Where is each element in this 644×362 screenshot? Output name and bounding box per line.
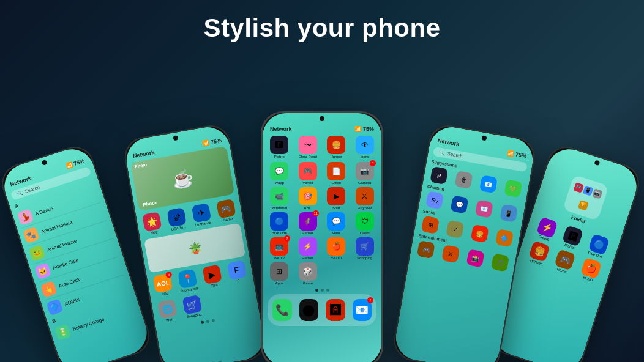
- dot: [326, 289, 329, 292]
- app-cell: 📍 Foursquare: [175, 268, 201, 294]
- status-bar: Network 📶 75%: [263, 122, 381, 133]
- app-cell: 🍔 Hunger: [524, 240, 553, 267]
- app-cell: 🍎 YAZIO: [576, 256, 605, 284]
- phone-center: Network 📶 75% 🅿 Pishro 〜 Clear Read 🍔 Hu…: [261, 111, 383, 362]
- app-icon: 🐾: [23, 227, 40, 244]
- app-label: Apps: [275, 281, 283, 285]
- app-icon-fury: ⚔: [356, 187, 374, 205]
- app-icon-pishro: 🅿: [270, 136, 288, 154]
- app-icon: 🎮: [417, 240, 435, 259]
- app-label: Camera: [358, 181, 371, 185]
- app-cell: 🦸 11 Heroes: [295, 212, 321, 235]
- app-label: Vortex: [302, 181, 313, 185]
- app-cell: 📷 8 Camera: [352, 162, 378, 185]
- dock: 📞 ⬤ 🅰 📧 2: [268, 294, 376, 326]
- app-icon-office: 📄: [327, 162, 345, 180]
- app-cell: 🛒 Shopping: [352, 237, 378, 260]
- app-cell: 💬 Mess: [323, 212, 350, 235]
- app-label: Game: [303, 281, 313, 285]
- app-icon: 📧: [479, 175, 498, 193]
- rightmost-content: 🎮 📱 📷 🏆 Folder ⚡ Create 🅿 Pish: [516, 152, 640, 291]
- page-dots: [263, 289, 381, 292]
- dock-icon-a: 🅰: [326, 299, 345, 321]
- badge: 2: [367, 297, 373, 303]
- app-cell: 👁 Icons: [352, 136, 378, 158]
- camera-hole: [481, 135, 487, 141]
- app-icon-clean: 🛡: [356, 212, 374, 231]
- app-cell: 📸: [463, 248, 488, 268]
- app-cell: AOL 4 AOL: [151, 273, 176, 298]
- app-icon: 🍔: [471, 224, 489, 243]
- app-icon-camera: 📷 8: [356, 162, 374, 180]
- app-label: Heroes: [302, 256, 313, 260]
- battery-label: 📶 75%: [354, 126, 374, 132]
- app-label: AOMIX: [64, 297, 80, 307]
- app-icon-shopping: 🛒: [356, 237, 374, 256]
- app-icon-luft: ✈: [192, 203, 211, 223]
- app-label: Icons: [361, 155, 369, 158]
- app-cell: 🍔: [467, 224, 492, 243]
- app-icon-start: ▶: [327, 187, 345, 205]
- battery-label: 📶 75%: [507, 150, 527, 159]
- app-icon-abc: 🎯: [299, 187, 317, 205]
- camera-hole: [594, 160, 600, 166]
- app-cell: 🗑: [451, 170, 476, 190]
- app-icon: 🐱: [34, 263, 51, 280]
- app-icon: 🗑: [455, 171, 473, 189]
- app-icon-game2: 🎲: [299, 262, 317, 281]
- app-label: F: [237, 279, 240, 283]
- app-icon: 👆: [40, 281, 58, 298]
- app-label: Auto Click: [58, 276, 81, 289]
- app-cell: ⚡ Create: [532, 216, 561, 243]
- app-label: Mess: [332, 231, 340, 235]
- dot: [206, 320, 210, 323]
- app-cell: ⊞ Apps: [266, 262, 293, 285]
- battery-label: 📶 75%: [202, 138, 222, 147]
- app-label: Office: [331, 181, 341, 185]
- folder-mini: 📱: [582, 185, 593, 196]
- folder-mini: 📷: [592, 188, 603, 199]
- app-icon: P: [430, 166, 449, 185]
- app-icon: 💚: [504, 179, 522, 198]
- app-icon-aol: AOL 4: [153, 273, 173, 293]
- camera-hole: [41, 160, 47, 166]
- app-cell: 🌟 Yelp: [140, 211, 165, 236]
- app-icon: 🔷: [495, 229, 514, 247]
- app-icon: 💃: [17, 209, 34, 226]
- app-icon: Sy: [425, 191, 444, 209]
- app-cell: ✓: [443, 220, 468, 239]
- app-icon-usa: 🗞: [167, 207, 186, 227]
- app-icon-shopping: 🛒: [182, 295, 202, 314]
- app-label: Hunger: [330, 155, 342, 158]
- dock-icon-circle: ⬤: [299, 299, 319, 321]
- app-icon: ⊞: [421, 216, 440, 234]
- app-icon: 💬: [451, 195, 469, 213]
- app-icon-heroes2: ⚡: [299, 237, 317, 256]
- app-cell: ⚡ Heroes: [295, 237, 321, 260]
- center-app-grid-row3: 📹 WhatsVid 🎯 ABC ▶ Start ⚔ Fury War: [263, 186, 381, 211]
- app-icon-yazio: 🍎: [327, 237, 345, 256]
- phones-container: Network 📶 75% Search A 💃 A Dance 🐾 Anima…: [0, 56, 644, 362]
- app-icon: ⚔: [441, 245, 460, 263]
- app-cell: ⚔ Fury War: [352, 187, 378, 210]
- app-label: Start: [210, 283, 219, 287]
- app-icon-mess: 💬: [327, 212, 345, 231]
- folder-icon: 🎮 📱 📷 🏆: [563, 174, 609, 221]
- app-icon: 🎵: [491, 253, 509, 272]
- headline: Stylish your phone: [0, 0, 644, 43]
- app-icon-game: 🎮: [216, 199, 236, 218]
- network-label: Network: [132, 149, 155, 159]
- app-cell: 🎮 Vortex: [295, 162, 321, 185]
- app-icon-wetv: 📺 7: [270, 237, 288, 256]
- app-label: Wapp: [275, 181, 284, 185]
- dot: [321, 289, 324, 292]
- app-cell: 🔵 Blue One: [583, 232, 612, 260]
- center-app-grid-row4: 🔵 Blue One 🦸 11 Heroes 💬 Mess 🛡 Clean: [263, 211, 381, 236]
- app-cell: ▶ Start: [323, 187, 350, 210]
- app-icon-yelp: 🌟: [142, 212, 162, 231]
- network-label: Network: [270, 126, 292, 132]
- center-app-grid-row6: ⊞ Apps 🎲 Game: [263, 261, 381, 286]
- app-cell: ⊞: [418, 215, 443, 235]
- app-label: Shopping: [357, 256, 372, 260]
- camera-hole: [173, 135, 178, 141]
